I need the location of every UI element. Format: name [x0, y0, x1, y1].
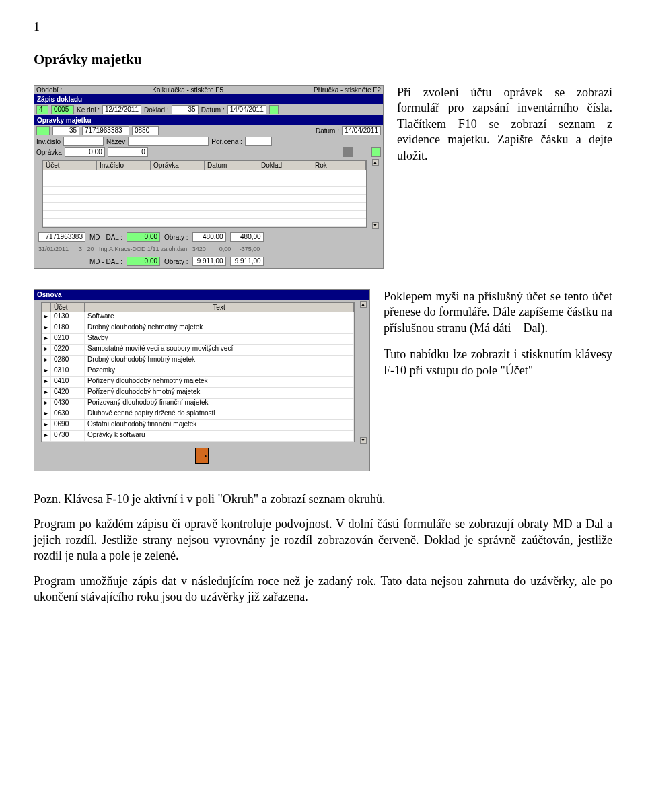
th-doklad: Doklad	[258, 161, 312, 170]
row-marker-icon: ▸	[42, 312, 51, 323]
doklad-field[interactable]: 35	[172, 105, 199, 114]
porc-field[interactable]	[245, 137, 272, 146]
button-icon[interactable]	[343, 147, 353, 157]
ft1-mddal-l: MD - DAL :	[89, 234, 122, 241]
cell-ucet: 0310	[51, 366, 85, 376]
th-rok: Rok	[312, 161, 366, 170]
cell-text: Software	[85, 312, 354, 323]
opravka-v2[interactable]: 0	[108, 147, 148, 157]
th-ucet2: Účet	[51, 303, 85, 312]
ok-icon[interactable]	[371, 147, 381, 157]
cell-ucet: 0630	[51, 409, 85, 419]
scrollbar[interactable]: ▲ ▼	[359, 301, 367, 444]
opr-b[interactable]: 35	[52, 126, 79, 135]
opravka-v1[interactable]: 0,00	[65, 147, 105, 157]
table-row[interactable]	[43, 211, 366, 219]
ft1-o1: 480,00	[192, 232, 226, 242]
ft2-obraty-l: Obraty :	[164, 258, 188, 265]
table-row[interactable]: ▸0690Ostatní dlouhodobý finanční majetek	[42, 420, 354, 431]
invc-field[interactable]	[63, 137, 104, 146]
field-2[interactable]: 0005	[51, 105, 74, 114]
table-row[interactable]	[43, 178, 366, 187]
table-row[interactable]: ▸0210Stavby	[42, 334, 354, 345]
scrollbar[interactable]: ▲ ▼	[371, 159, 379, 229]
row-marker-icon: ▸	[42, 388, 51, 398]
cell-text: Ostatní dlouhodobý finanční majetek	[85, 420, 354, 430]
opr-c[interactable]: 7171963383	[82, 126, 129, 135]
obdobi-label: Období :	[36, 86, 62, 94]
cell-text: Pozemky	[85, 366, 354, 376]
cell-ucet: 0210	[51, 334, 85, 344]
ft1-o2: 480,00	[230, 232, 264, 242]
table-row[interactable]	[43, 187, 366, 195]
prirucka-label: Příručka - stiskněte F2	[314, 86, 381, 94]
th-opr: Oprávka	[151, 161, 205, 170]
table-row[interactable]	[43, 195, 366, 203]
row-marker-icon: ▸	[42, 366, 51, 376]
table-row[interactable]: ▸0310Pozemky	[42, 366, 354, 377]
cell-text: Oprávky k softwaru	[85, 431, 354, 441]
scroll-down-icon[interactable]: ▼	[360, 437, 367, 444]
cell-ucet: 0690	[51, 420, 85, 430]
scroll-up-icon[interactable]: ▲	[372, 159, 379, 166]
row-marker-icon: ▸	[42, 334, 51, 344]
para-1: Při zvolení účtu oprávek se zobrazí form…	[397, 85, 612, 164]
cell-text: Dluhové cenné papíry držené do splatnost…	[85, 409, 354, 419]
kalk-label: Kalkulačka - stiskěte F5	[152, 86, 223, 94]
para-2: Poklepem myši na příslušný účet se tento…	[384, 289, 612, 336]
titlebar-opravky: Opravky majetku	[34, 115, 383, 125]
row-marker-icon: ▸	[42, 399, 51, 409]
ft2-o1: 9 911,00	[192, 257, 226, 266]
kedni-field[interactable]: 12/12/2011	[102, 105, 141, 114]
th-invc: Inv.číslo	[97, 161, 151, 170]
table-row[interactable]: ▸0280Drobný dlouhodobý hmotný majetek	[42, 356, 354, 366]
scroll-down-icon[interactable]: ▼	[372, 222, 379, 229]
cell-ucet: 0410	[51, 377, 85, 387]
row-marker-icon: ▸	[42, 377, 51, 387]
row-marker-icon: ▸	[42, 323, 51, 333]
opr-a[interactable]	[36, 126, 50, 135]
table-row[interactable]	[43, 203, 366, 211]
ft1-obraty-l: Obraty :	[164, 234, 188, 241]
table-row[interactable]: ▸0730Oprávky k softwaru	[42, 431, 354, 442]
th-datum: Datum	[205, 161, 258, 170]
inner-table-head: Účet Inv.číslo Oprávka Datum Doklad Rok	[43, 161, 366, 170]
table-row[interactable]	[43, 170, 366, 178]
row-marker-icon: ▸	[42, 356, 51, 366]
th-text: Text	[85, 303, 354, 312]
opr-datum[interactable]: 14/04/2011	[342, 126, 381, 135]
row-marker-icon: ▸	[42, 431, 51, 441]
table-row[interactable]: ▸0220Samostatné movité veci a soubory mo…	[42, 345, 354, 356]
opr-d[interactable]: 0880	[132, 126, 159, 135]
nazev-field[interactable]	[128, 137, 209, 146]
screenshot-zapis-dokladu: Období : Kalkulačka - stiskěte F5 Příruč…	[34, 85, 384, 269]
table-row[interactable]	[43, 219, 366, 227]
ft1-mddal: 0,00	[127, 232, 160, 242]
ft-pre: 31/01/2011 3 20 Ing.A.Kracs-DOD 1/11 zal…	[34, 244, 383, 255]
table-row[interactable]: ▸0180Drobný dlouhodobý nehmotný majetek	[42, 323, 354, 334]
table-row[interactable]: ▸0130Software	[42, 312, 354, 323]
row-marker-icon: ▸	[42, 409, 51, 419]
datum-field[interactable]: 14/04/2011	[227, 105, 266, 114]
main-title: Oprávky majetku	[34, 51, 612, 68]
cell-text: Samostatné movité veci a soubory movitýc…	[85, 345, 354, 355]
cell-text: Drobný dlouhodobý hmotný majetek	[85, 356, 354, 366]
row-marker-icon: ▸	[42, 420, 51, 430]
table-row[interactable]: ▸0420Pořízený dlouhodobý hmotný majetek	[42, 388, 354, 399]
cell-ucet: 0430	[51, 399, 85, 409]
table-row[interactable]: ▸0410Pořízený dlouhodobý nehmotný majete…	[42, 377, 354, 388]
kedni-label: Ke dni :	[77, 106, 100, 114]
nazev-label: Název	[106, 138, 125, 145]
invc-label: Inv.číslo	[36, 138, 61, 145]
table-row[interactable]: ▸0430Porizovaný dlouhodobý finanční maje…	[42, 399, 354, 409]
cell-text: Pořízený dlouhodobý nehmotný majetek	[85, 377, 354, 387]
status-icon	[269, 105, 279, 114]
opravka-label: Oprávka	[36, 149, 62, 156]
exit-door-icon[interactable]	[195, 448, 209, 464]
ft1-a: 7171963383	[38, 232, 85, 242]
cell-text: Porizovaný dlouhodobý finanční majetek	[85, 399, 354, 409]
table-row[interactable]: ▸0630Dluhové cenné papíry držené do spla…	[42, 409, 354, 420]
cell-ucet: 0730	[51, 431, 85, 441]
scroll-up-icon[interactable]: ▲	[360, 301, 367, 308]
field-1[interactable]: 4	[36, 105, 48, 114]
